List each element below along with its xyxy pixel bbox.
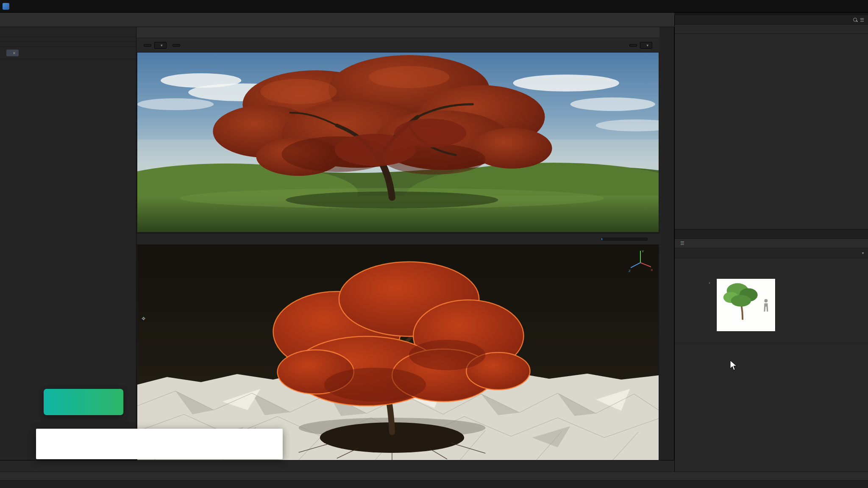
render-viewport[interactable] xyxy=(137,53,659,232)
rendered-scene-image xyxy=(137,53,659,232)
asset-search-bar: × xyxy=(0,47,136,59)
progress-bar xyxy=(601,238,648,241)
attribute-manager: ☰ ▾ › xyxy=(675,229,868,471)
plant-field-label xyxy=(679,278,709,333)
mouse-cursor xyxy=(730,360,737,371)
right-panel: ☰ ☰ ▾ xyxy=(674,15,868,471)
application-window: × ▾ ▾ xyxy=(0,0,868,488)
geometry-stats xyxy=(675,336,868,339)
svg-text:X: X xyxy=(651,268,653,272)
object-manager-tabs: ☰ xyxy=(675,15,868,25)
rt-toggle[interactable] xyxy=(144,44,151,47)
image-size-dropdown[interactable]: ▾ xyxy=(640,42,652,49)
asset-filter-row-1 xyxy=(0,37,136,42)
menu-bar xyxy=(0,0,868,13)
object-tree xyxy=(675,34,868,229)
viewport-area: ▾ ▾ xyxy=(136,27,659,460)
plant-expander-icon[interactable]: › xyxy=(709,278,716,333)
svg-text:Y: Y xyxy=(642,250,644,253)
plant-preview-image xyxy=(717,279,775,321)
plant-object-icon xyxy=(679,250,686,257)
place-tool-label: ✥ xyxy=(142,316,145,322)
attribute-manager-tabs xyxy=(675,230,868,239)
attribute-section-tabs xyxy=(675,258,868,269)
zoom-level-field[interactable] xyxy=(629,44,637,47)
progress-strip xyxy=(136,233,659,245)
detail-fields xyxy=(675,347,868,347)
attribute-mode-bar: ☰ xyxy=(675,239,868,248)
app-logo-icon xyxy=(3,3,9,10)
render-view-toolbar: ▾ ▾ xyxy=(136,38,659,53)
main-toolbar xyxy=(0,13,674,27)
asset-section-title xyxy=(0,59,136,70)
object-manager: ☰ xyxy=(675,15,868,229)
playback-bar xyxy=(0,460,674,471)
lower-third-title xyxy=(36,429,283,459)
render-pass-dropdown[interactable]: ▾ xyxy=(154,42,167,49)
viewport-side-toolbar xyxy=(659,27,674,460)
capsules-badge xyxy=(44,389,123,415)
timeline-range-bar xyxy=(0,480,868,488)
om-filter-icon[interactable]: ☰ xyxy=(859,17,865,23)
custom-preset-dropdown[interactable]: ▾ xyxy=(860,251,864,255)
search-filter-chip[interactable]: × xyxy=(6,50,19,56)
place-tool-icon: ✥ xyxy=(142,316,145,321)
search-icon[interactable] xyxy=(853,18,858,22)
perspective-viewport[interactable]: ✥ Y X Z xyxy=(137,245,659,460)
asset-filter-row-2 xyxy=(0,42,136,47)
plant-preview-thumbnail[interactable] xyxy=(716,278,776,332)
render-view-menu xyxy=(136,27,659,38)
hamburger-icon[interactable]: ☰ xyxy=(679,240,686,247)
svg-text:Z: Z xyxy=(629,269,631,273)
detail-section-title xyxy=(675,343,868,347)
timeline-ruler[interactable] xyxy=(0,471,868,480)
object-properties-title xyxy=(675,269,868,277)
asset-browser-menu xyxy=(0,27,136,37)
perspective-scene-image xyxy=(137,245,659,460)
clear-search-icon[interactable]: × xyxy=(13,50,15,55)
render-nav-control[interactable] xyxy=(172,44,180,47)
axis-gizmo-icon: Y X Z xyxy=(627,248,654,274)
object-manager-menu xyxy=(675,25,868,34)
attribute-object-title-bar: ▾ xyxy=(675,248,868,258)
plant-preview-row: › xyxy=(675,277,868,333)
